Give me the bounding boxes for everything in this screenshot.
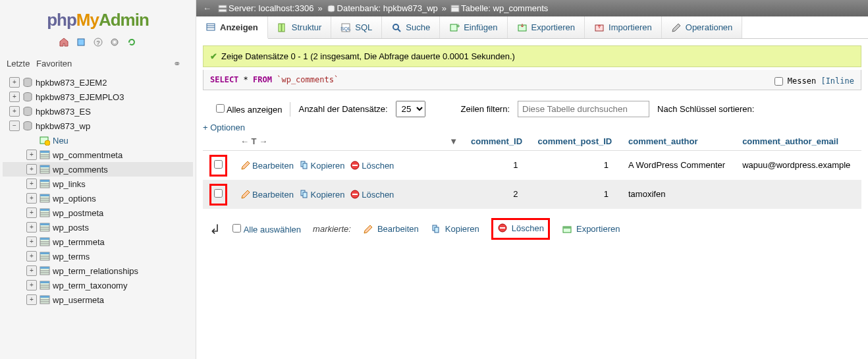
expand-icon[interactable]: + <box>26 150 37 160</box>
svg-rect-56 <box>219 9 227 12</box>
check-all[interactable]: Alle auswählen <box>232 224 301 235</box>
bulk-export[interactable]: Exportieren <box>562 224 620 235</box>
table-node[interactable]: +wp_options <box>3 191 193 206</box>
arrow-up-icon: ↳ <box>209 221 221 237</box>
expand-icon[interactable]: + <box>26 236 37 247</box>
logout-icon[interactable] <box>76 37 86 47</box>
expand-icon[interactable]: + <box>26 280 37 290</box>
tab-exportieren[interactable]: Exportieren <box>508 16 585 38</box>
check-all-checkbox[interactable] <box>232 224 241 233</box>
bulk-edit[interactable]: Bearbeiten <box>363 224 419 235</box>
link-icon[interactable]: ⚭ <box>173 59 181 69</box>
recent-link[interactable]: Letzte <box>7 59 30 69</box>
inline-link[interactable]: [Inline <box>821 76 854 86</box>
collapse-handle-icon[interactable]: ← <box>203 3 211 13</box>
col-comment-id[interactable]: comment_ID <box>464 132 531 151</box>
table-node[interactable]: +wp_links <box>3 177 193 191</box>
db-link[interactable]: hpkbw873_wp <box>383 3 438 13</box>
cell-comment-post-id[interactable]: 1 <box>531 180 622 209</box>
reload-icon[interactable] <box>126 37 137 47</box>
cell-comment-author-email[interactable]: wapuu@wordpress.example <box>736 151 861 180</box>
tab-suche[interactable]: Suche <box>382 16 440 38</box>
col-comment-author-email[interactable]: comment_author_email <box>736 132 861 151</box>
check-all-label[interactable]: Alle auswählen <box>244 225 301 235</box>
show-all[interactable]: Alles anzeigen <box>216 104 282 115</box>
cell-comment-author[interactable]: A WordPress Commenter <box>622 151 736 180</box>
settings-icon[interactable] <box>109 37 120 47</box>
svg-rect-36 <box>40 238 49 240</box>
expand-icon[interactable]: + <box>26 265 37 276</box>
table-node[interactable]: +wp_term_relationships <box>3 263 193 278</box>
tab-importieren[interactable]: Importieren <box>585 16 662 38</box>
bulk-delete[interactable]: Löschen <box>497 223 544 233</box>
expand-icon[interactable]: − <box>9 121 20 131</box>
cell-comment-id[interactable]: 1 <box>464 151 531 180</box>
tab-struktur[interactable]: Struktur <box>268 16 332 38</box>
expand-icon[interactable]: + <box>26 164 37 175</box>
tab-operationen[interactable]: Operationen <box>662 16 743 38</box>
table-node[interactable]: +wp_terms <box>3 249 193 263</box>
row-edit[interactable]: Bearbeiten <box>240 161 294 171</box>
expand-icon[interactable]: + <box>26 251 37 262</box>
tab-sql[interactable]: SQLSQL <box>331 16 382 38</box>
home-icon[interactable] <box>59 37 69 47</box>
tab-anzeigen[interactable]: Anzeigen <box>196 16 268 39</box>
sort-indicator-icon[interactable]: ▼ <box>449 136 458 146</box>
cell-comment-author-email[interactable] <box>736 180 861 209</box>
server-link[interactable]: localhost:3306 <box>259 3 314 13</box>
row-copy[interactable]: Kopieren <box>299 161 345 171</box>
cell-comment-post-id[interactable]: 1 <box>531 151 622 180</box>
row-count-select[interactable]: 25 <box>396 101 425 117</box>
svg-rect-60 <box>207 24 215 30</box>
sort-right-icon[interactable]: → <box>259 136 267 146</box>
docs-icon[interactable]: ? <box>93 37 103 47</box>
expand-icon[interactable]: + <box>26 179 37 189</box>
db-node[interactable]: +hpkbw873_ES <box>3 104 193 119</box>
expand-icon[interactable]: + <box>9 106 20 117</box>
new-table-link[interactable]: Neu <box>3 133 193 148</box>
db-node[interactable]: +hpkbw873_EJEM2 <box>3 75 193 90</box>
export-icon <box>562 224 572 235</box>
row-checkbox[interactable] <box>214 160 223 169</box>
db-node[interactable]: −hpkbw873_wp <box>3 119 193 133</box>
expand-icon[interactable]: + <box>9 77 20 88</box>
favorites-link[interactable]: Favoriten <box>36 59 72 69</box>
table-node[interactable]: +wp_term_taxonomy <box>3 278 193 292</box>
db-node[interactable]: +hpkbw873_EJEMPLO3 <box>3 90 193 104</box>
tab-einfügen[interactable]: +Einfügen <box>440 16 507 38</box>
sidebar: phpMyAdmin ? Letzte Favoriten ⚭ +hpkbw87… <box>0 0 196 359</box>
show-all-checkbox[interactable] <box>216 104 225 113</box>
measure-checkbox[interactable] <box>774 77 783 86</box>
expand-icon[interactable]: + <box>26 193 37 204</box>
filter-input[interactable] <box>518 101 649 117</box>
bulk-copy[interactable]: Kopieren <box>431 224 479 235</box>
table-node[interactable]: +wp_termmeta <box>3 235 193 249</box>
col-comment-post-id[interactable]: comment_post_ID <box>531 132 622 151</box>
table-node[interactable]: +wp_comments <box>3 162 193 177</box>
expand-icon[interactable]: + <box>26 294 37 305</box>
measure-label: Messen <box>788 76 816 86</box>
cell-comment-author[interactable]: tamoxifen <box>622 180 736 209</box>
row-checkbox[interactable] <box>214 189 223 198</box>
expand-icon[interactable]: + <box>9 92 20 102</box>
table-link[interactable]: wp_comments <box>493 3 549 13</box>
row-delete[interactable]: Löschen <box>350 161 394 171</box>
logo[interactable]: phpMyAdmin <box>0 0 196 34</box>
expand-icon[interactable]: + <box>26 222 37 233</box>
bulk-actions: ↳ Alle auswählen markierte: Bearbeiten K… <box>203 209 861 246</box>
cell-comment-id[interactable]: 2 <box>464 180 531 209</box>
sort-left-icon[interactable]: ← <box>240 136 249 146</box>
table-node[interactable]: +wp_commentmeta <box>3 148 193 162</box>
row-copy[interactable]: Kopieren <box>299 190 345 200</box>
table-node[interactable]: +wp_postmeta <box>3 206 193 220</box>
pencil-icon <box>240 160 251 171</box>
logo-my: My <box>76 10 99 30</box>
svg-point-10 <box>45 140 50 146</box>
row-edit[interactable]: Bearbeiten <box>240 190 294 200</box>
row-delete[interactable]: Löschen <box>350 190 394 200</box>
table-node[interactable]: +wp_posts <box>3 220 193 235</box>
col-comment-author[interactable]: comment_author <box>622 132 736 151</box>
table-node[interactable]: +wp_usermeta <box>3 292 193 307</box>
expand-icon[interactable]: + <box>26 207 37 218</box>
options-link[interactable]: + Optionen <box>203 121 245 135</box>
